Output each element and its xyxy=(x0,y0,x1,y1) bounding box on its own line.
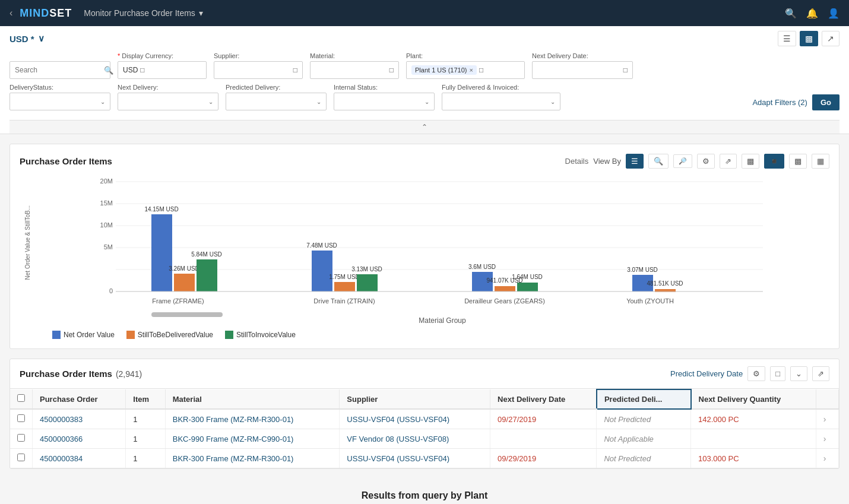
legend-label-still-invoice: StillToInvoiceValue xyxy=(236,331,296,339)
chart-ctrl-type2[interactable]: ▩ xyxy=(789,154,807,169)
chart-ctrl-type1[interactable]: ◾ xyxy=(764,154,784,169)
search-input[interactable] xyxy=(15,66,104,74)
user-icon[interactable]: 👤 xyxy=(828,8,840,19)
next-delivery-group: Next Delivery: ⌄ xyxy=(118,84,218,110)
chart-ctrl-settings[interactable]: ⚙ xyxy=(697,154,715,169)
supplier-input[interactable]: □ xyxy=(214,61,303,79)
brand-logo: MINDSET xyxy=(20,7,72,20)
row-2-checkbox[interactable] xyxy=(17,434,25,442)
plant-tag-close[interactable]: × xyxy=(469,66,473,74)
row-3-supplier-link[interactable]: USSU-VSF04 (USSU-VSF04) xyxy=(347,454,449,463)
chart-ctrl-zoom-out[interactable]: 🔎 xyxy=(673,154,692,168)
col-header-predicted-deli: Predicted Deli... xyxy=(597,389,691,409)
internal-status-dropdown[interactable]: ⌄ xyxy=(334,93,435,110)
adapt-filters-link[interactable]: Adapt Filters (2) xyxy=(752,98,807,107)
table-dropdown-button[interactable]: ⌄ xyxy=(790,366,807,381)
search-icon[interactable]: 🔍 xyxy=(785,8,797,19)
display-currency-copy-icon[interactable]: □ xyxy=(140,66,144,74)
header-chart-view-button[interactable]: ▩ xyxy=(800,31,818,46)
svg-text:481.51K USD: 481.51K USD xyxy=(647,280,683,287)
select-all-checkbox[interactable] xyxy=(17,394,25,402)
svg-rect-19 xyxy=(334,282,355,291)
svg-text:5M: 5M xyxy=(104,243,113,251)
fully-delivered-label: Fully Delivered & Invoiced: xyxy=(442,84,560,91)
currency-selector[interactable]: USD * ∨ xyxy=(9,33,45,44)
table-head: Purchase Order Item Material Supplier Ne… xyxy=(10,389,839,409)
table-count: (2,941) xyxy=(116,369,142,379)
row-1-po-link[interactable]: 4500000383 xyxy=(40,415,83,424)
row-3-material: BKR-300 Frame (MZ-RM-R300-01) xyxy=(165,449,340,468)
predicted-delivery-dropdown[interactable]: ⌄ xyxy=(226,93,327,110)
material-input[interactable]: □ xyxy=(310,61,399,79)
search-input-wrap[interactable]: 🔍 xyxy=(9,61,110,79)
col-header-next-delivery: Next Delivery Date xyxy=(490,389,597,409)
internal-status-group: Internal Status: ⌄ xyxy=(334,84,435,110)
svg-text:1.75M USD: 1.75M USD xyxy=(329,274,360,280)
row-3-next-delivery: 09/29/2019 xyxy=(490,449,597,468)
next-delivery-label: Next Delivery: xyxy=(118,84,218,91)
svg-text:14.15M USD: 14.15M USD xyxy=(144,206,178,213)
chart-ctrl-table[interactable]: ☰ xyxy=(626,154,644,169)
filter-collapse-button[interactable]: ⌃ xyxy=(422,123,427,131)
next-delivery-date-copy-icon[interactable]: □ xyxy=(623,66,628,74)
row-3-predicted-deli: Not Predicted xyxy=(597,449,691,468)
table-header: Purchase Order Items (2,941) Predict Del… xyxy=(10,359,839,389)
row-1-checkbox[interactable] xyxy=(17,414,25,422)
row-1-expand-icon[interactable]: › xyxy=(823,414,826,424)
row-1-material-link[interactable]: BKR-300 Frame (MZ-RM-R300-01) xyxy=(173,415,294,424)
plant-input[interactable]: Plant 1 US (1710) × □ xyxy=(406,61,525,79)
predict-delivery-date-link[interactable]: Predict Delivery Date xyxy=(670,369,743,378)
header-export-button[interactable]: ↗ xyxy=(822,31,840,46)
chart-ctrl-zoom-in[interactable]: 🔍 xyxy=(648,154,669,169)
header-table-view-button[interactable]: ☰ xyxy=(778,31,796,46)
material-label: Material: xyxy=(310,52,399,59)
svg-text:3.26M USD: 3.26M USD xyxy=(169,265,199,272)
page-title-dropdown-icon[interactable]: ▾ xyxy=(199,8,203,18)
supplier-copy-icon[interactable]: □ xyxy=(293,66,297,74)
header-area: USD * ∨ ☰ ▩ ↗ 🔍 Display Currency: USD xyxy=(0,26,849,134)
table-header-row: Purchase Order Item Material Supplier Ne… xyxy=(10,389,839,409)
row-2-material-link[interactable]: BKC-990 Frame (MZ-RM-C990-01) xyxy=(173,435,294,443)
material-copy-icon[interactable]: □ xyxy=(389,66,394,74)
delivery-status-dropdown[interactable]: ⌄ xyxy=(9,93,110,110)
chart-ctrl-bar[interactable]: ▩ xyxy=(742,154,759,169)
svg-text:1.64M USD: 1.64M USD xyxy=(512,274,543,280)
predicted-delivery-label: Predicted Delivery: xyxy=(226,84,327,91)
row-3-checkbox[interactable] xyxy=(17,454,25,461)
row-3-po-link[interactable]: 4500000384 xyxy=(40,454,83,463)
row-1-next-qty: 142.000 PC xyxy=(691,409,816,429)
row-2-supplier-link[interactable]: VF Vendor 08 (USSU-VSF08) xyxy=(347,435,449,443)
go-button[interactable]: Go xyxy=(812,94,840,110)
nav-icons: 🔍 🔔 👤 xyxy=(785,8,840,19)
chart-details-link[interactable]: Details xyxy=(565,157,589,166)
table-settings-button[interactable]: ⚙ xyxy=(747,366,765,381)
svg-text:0: 0 xyxy=(109,287,113,294)
row-2-expand-icon[interactable]: › xyxy=(823,434,826,443)
bell-icon[interactable]: 🔔 xyxy=(806,8,818,19)
table-fullscreen-button[interactable]: ⇗ xyxy=(812,366,829,381)
row-1-predicted-deli: Not Predicted xyxy=(597,409,691,429)
filter-section: 🔍 Display Currency: USD □ Supplier: □ xyxy=(9,52,840,120)
row-2-po-link[interactable]: 4500000366 xyxy=(40,435,83,443)
fully-delivered-group: Fully Delivered & Invoiced: ⌄ xyxy=(442,84,560,110)
fully-delivered-dropdown[interactable]: ⌄ xyxy=(442,93,560,110)
filter-row-1: 🔍 Display Currency: USD □ Supplier: □ xyxy=(9,52,840,79)
display-currency-input[interactable]: USD □ xyxy=(118,61,207,79)
row-2-material: BKC-990 Frame (MZ-RM-C990-01) xyxy=(165,429,340,449)
row-1-supplier-link[interactable]: USSU-VSF04 (USSU-VSF04) xyxy=(347,415,449,424)
chart-ctrl-fullscreen[interactable]: ⇗ xyxy=(720,154,737,169)
brand-prefix: MIND xyxy=(20,7,49,19)
delivery-status-chevron-icon: ⌄ xyxy=(100,99,105,105)
plant-copy-icon[interactable]: □ xyxy=(479,66,483,74)
back-button[interactable]: ‹ xyxy=(9,8,12,18)
next-delivery-date-input[interactable]: □ xyxy=(532,61,633,79)
row-3-checkbox-cell xyxy=(10,449,33,468)
next-delivery-dropdown[interactable]: ⌄ xyxy=(118,93,218,110)
search-input-icon: 🔍 xyxy=(104,66,113,75)
svg-text:5.84M USD: 5.84M USD xyxy=(191,251,222,258)
table-export-button[interactable]: □ xyxy=(770,366,785,381)
chart-ctrl-type3[interactable]: ▦ xyxy=(812,154,829,169)
row-3-material-link[interactable]: BKR-300 Frame (MZ-RM-R300-01) xyxy=(173,454,294,463)
row-3-expand-icon[interactable]: › xyxy=(823,454,826,463)
legend-net-order-value: Net Order Value xyxy=(52,331,115,339)
